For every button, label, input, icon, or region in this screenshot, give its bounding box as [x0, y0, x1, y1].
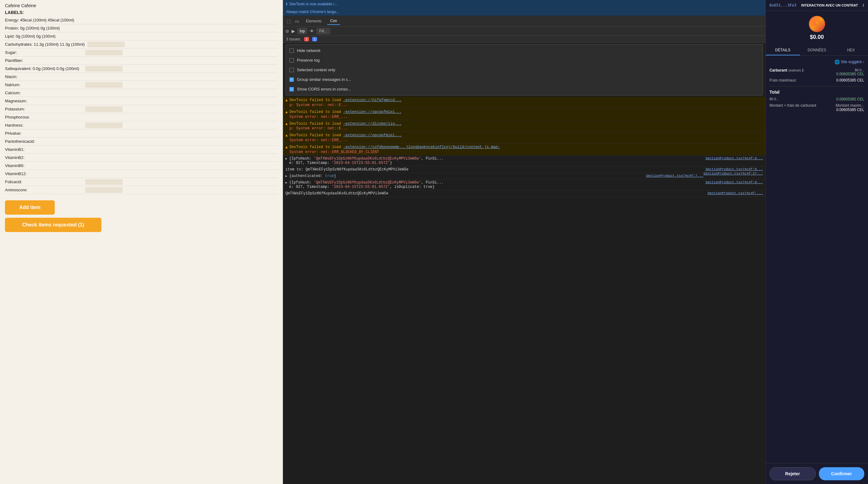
mm-logo-area: $0.00: [766, 11, 868, 46]
confirm-button[interactable]: Confirmer: [819, 467, 865, 480]
hide-network-item[interactable]: Hide network: [286, 46, 763, 55]
nutrient-input[interactable]: [85, 82, 123, 88]
mm-tab-data[interactable]: DONNÉES: [800, 46, 834, 55]
log-link[interactable]: -extension://cofdbpoegemp...: [343, 145, 406, 149]
log-link2[interactable]: jloogbagkncekinflcnj/build/content.js.ma…: [406, 145, 500, 149]
nutrient-input[interactable]: [85, 107, 123, 112]
show-cors-item[interactable]: ✓ Show CORS errors in conso...: [286, 84, 763, 94]
nutrient-row: Carbohydrates: 11.3g (100ml) 11.3g (100m…: [5, 40, 278, 49]
nutrient-label: Saltequivalent: 0.0g (100ml) 0.0g (100ml…: [5, 66, 83, 71]
selected-context-checkbox[interactable]: [289, 68, 294, 72]
log-source[interactable]: SectionProduct.tsx74c4f:...: [708, 191, 763, 195]
console-log-area: ▲DevTools failed to load -extension://hi…: [283, 97, 766, 484]
log-entry: ▲DevTools failed to load -extension://hi…: [283, 97, 766, 109]
log-source[interactable]: SectionProduct.tsx74c4f:8...: [705, 180, 763, 184]
warning-icon: ▲: [285, 110, 287, 115]
mm-logo: [809, 16, 825, 32]
check-items-button[interactable]: Check items requested (1): [5, 218, 101, 232]
filter-button[interactable]: Filt...: [316, 28, 330, 34]
nutrient-label: Energy: 45kcal (100ml) 45kcal (100ml): [5, 18, 83, 22]
mm-carburant-dollar: $0.0...: [836, 68, 864, 72]
show-cors-checkbox[interactable]: ✓: [289, 87, 294, 91]
add-item-button[interactable]: Add item: [5, 200, 55, 215]
tab-console[interactable]: Con: [327, 18, 340, 25]
log-obj-content: QmTXWsEFy1DpSzN6fKupdaa5Ks6LdtbzQEcKyMPV…: [285, 191, 388, 195]
mm-info-icon: ℹ: [863, 3, 864, 7]
log-obj-text2: e: 927, Timestamp: '2023-04-15T23:55:01.…: [285, 185, 763, 189]
filter-icon[interactable]: ▶: [291, 29, 295, 34]
log-data-entry: SectionProduct.tsx74c4f:...QmTXWsEFy1DpS…: [283, 190, 766, 197]
log-source[interactable]: SectionProduct.tsx74c4f:8...: [705, 156, 763, 160]
nutrient-label: Niacin:: [5, 74, 83, 79]
nutrient-row: VitaminB1:: [5, 146, 278, 154]
preserve-log-item[interactable]: Preserve log: [286, 55, 763, 65]
expand-arrow-icon[interactable]: ▶: [285, 175, 289, 178]
log-error: System error: net::ERR_BLOCKED_BY_CLIENT: [289, 150, 500, 154]
console-toolbar: ⊘ ▶ top 👁 Filt...: [283, 27, 766, 36]
log-obj-text: QmTXWsEFy1DpSzN6fKupdaa5Ks6LdtbzQEcKyMPV…: [285, 191, 763, 195]
warning-icon: ▲: [285, 98, 287, 103]
selected-context-item[interactable]: Selected context only: [286, 65, 763, 74]
log-link[interactable]: -extension://opcgpfmipi...: [343, 110, 401, 114]
mm-buttons: Rejeter Confirmer: [766, 463, 868, 484]
log-entry: ▲DevTools failed to load -extension://op…: [283, 109, 766, 120]
log-source[interactable]: SectionProduct.tsx74c4f:7...: [646, 174, 704, 178]
warning-icon: ▲: [285, 122, 287, 126]
nutrient-input[interactable]: [85, 187, 123, 193]
nutrient-input[interactable]: [85, 50, 123, 55]
top-selector[interactable]: top: [298, 28, 307, 34]
log-obj-content: {IpfsHash: 'QmTXWsEFy1DpSzN6fKupdaa5Ks6L…: [289, 180, 444, 185]
log-source2[interactable]: SectionProduct.tsx74c4f:17...: [704, 172, 763, 176]
tab-elements[interactable]: Elements: [303, 18, 324, 25]
mm-carburant-note: (estimé): [788, 68, 801, 72]
nutrient-input[interactable]: [85, 123, 123, 128]
log-data-entry: SectionProduct.tsx74c4f:7...▶ {authentic…: [283, 173, 766, 180]
mm-carburant-label-text: Carburant: [770, 68, 787, 72]
group-similar-checkbox[interactable]: ✓: [289, 78, 294, 82]
issues-warning-badge: 1: [312, 37, 317, 41]
log-main-text: DevTools failed to load: [289, 98, 343, 102]
issues-bar: 3 Issues: 2 1: [283, 36, 766, 43]
nutrient-row: VitaminB2:: [5, 154, 278, 162]
devtools-toolbar-icons: ⬚ ▭: [285, 18, 300, 24]
nutrient-input[interactable]: [85, 179, 123, 185]
error-count: 2: [304, 37, 309, 41]
nutrient-row: VitaminB12:: [5, 170, 278, 178]
expand-arrow-icon[interactable]: ▶: [285, 157, 289, 160]
log-link[interactable]: -extension://hifafgmccd...: [343, 98, 401, 102]
nutrient-label: Carbohydrates: 11.3g (100ml) 11.3g (100m…: [5, 42, 85, 47]
issues-label: 3 Issues:: [286, 37, 301, 41]
nutrient-row: Hardness:: [5, 121, 278, 129]
mm-tab-details[interactable]: DÉTAILS: [766, 46, 800, 55]
expand-arrow-icon[interactable]: ▶: [285, 181, 289, 184]
log-source[interactable]: SectionProduct.tsx74c4f:8...: [705, 168, 763, 171]
nutrient-label: Hardness:: [5, 123, 83, 127]
nutrient-row: Calcium:: [5, 89, 278, 97]
nutrient-label: Potassium:: [5, 107, 83, 111]
warning-count: 1: [312, 37, 317, 41]
clear-icon[interactable]: ⊘: [285, 29, 289, 34]
warning-icon: ▲: [285, 133, 287, 138]
mm-tab-hex[interactable]: HEX: [834, 46, 868, 55]
left-panel: Cafeine Cafeine LABELS: Energy: 45kcal (…: [0, 0, 283, 484]
metamask-panel: 0x651...3Fe3 INTERACTION AVEC UN CONTRAT…: [766, 0, 868, 484]
nutrient-row: Niacin:: [5, 73, 278, 81]
device-icon[interactable]: ▭: [294, 18, 300, 24]
mm-montant-values: Montant maxim... 0.00605385 CEL: [836, 103, 864, 112]
nutrient-input[interactable]: [87, 42, 125, 47]
mm-site-suggested[interactable]: 🌐 Site suggéré ›: [770, 59, 864, 64]
hide-network-checkbox[interactable]: [289, 49, 294, 53]
eye-icon[interactable]: 👁: [310, 29, 314, 34]
log-link[interactable]: -extension://dlcobpjiig...: [343, 122, 401, 126]
nutrient-input[interactable]: [85, 66, 123, 71]
group-similar-item[interactable]: ✓ Group similar messages in c...: [286, 74, 763, 84]
log-link[interactable]: -extension://opcgpfmipi...: [343, 133, 401, 138]
inspect-icon[interactable]: ⬚: [285, 18, 292, 24]
preserve-log-checkbox[interactable]: [289, 58, 294, 62]
info-icon: ℹ: [286, 2, 287, 6]
log-entry: ▲DevTools failed to load -extension://co…: [283, 144, 766, 155]
reject-button[interactable]: Rejeter: [770, 467, 816, 480]
match-banner[interactable]: Always match Chrome's langu...: [283, 8, 766, 16]
nutrient-label: VitaminB1:: [5, 147, 83, 152]
log-error: System error: net::ERR_...: [289, 115, 401, 119]
